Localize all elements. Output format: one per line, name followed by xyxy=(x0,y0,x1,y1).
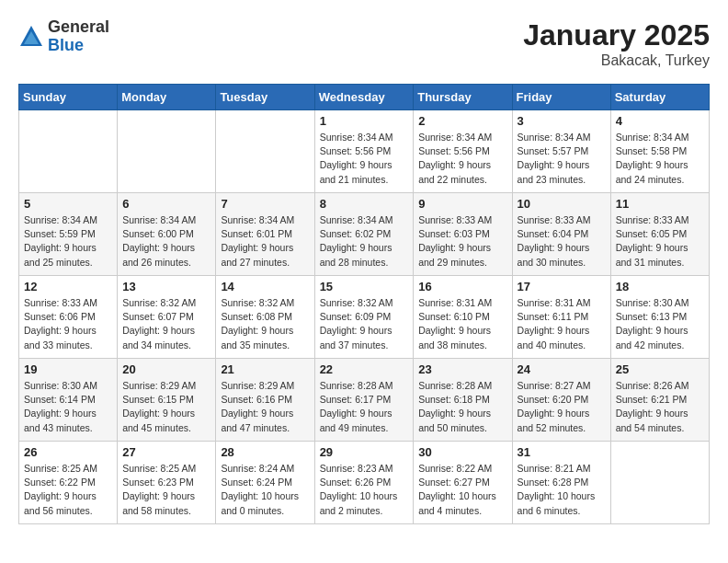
day-detail: Sunrise: 8:22 AM Sunset: 6:27 PM Dayligh… xyxy=(418,462,506,518)
day-number: 16 xyxy=(418,280,506,293)
weekday-header-saturday: Saturday xyxy=(610,85,709,110)
day-number: 2 xyxy=(418,114,506,128)
calendar-cell: 11Sunrise: 8:33 AM Sunset: 6:05 PM Dayli… xyxy=(610,193,709,276)
calendar-table: SundayMondayTuesdayWednesdayThursdayFrid… xyxy=(18,84,710,524)
day-detail: Sunrise: 8:33 AM Sunset: 6:03 PM Dayligh… xyxy=(418,213,506,270)
calendar-cell: 7Sunrise: 8:34 AM Sunset: 6:01 PM Daylig… xyxy=(216,193,314,276)
day-number: 8 xyxy=(320,197,409,211)
day-number: 25 xyxy=(616,362,704,376)
calendar-cell: 25Sunrise: 8:26 AM Sunset: 6:21 PM Dayli… xyxy=(610,359,709,442)
day-number: 13 xyxy=(122,280,210,293)
weekday-header-wednesday: Wednesday xyxy=(314,85,414,110)
logo-blue-text: Blue xyxy=(48,37,109,55)
calendar-cell: 26Sunrise: 8:25 AM Sunset: 6:22 PM Dayli… xyxy=(19,442,118,524)
day-detail: Sunrise: 8:30 AM Sunset: 6:14 PM Dayligh… xyxy=(24,379,112,435)
day-number: 22 xyxy=(320,362,409,376)
calendar-cell: 8Sunrise: 8:34 AM Sunset: 6:02 PM Daylig… xyxy=(314,193,414,276)
day-number: 28 xyxy=(221,445,309,459)
day-number: 31 xyxy=(518,445,606,459)
calendar-week-1: 1Sunrise: 8:34 AM Sunset: 5:56 PM Daylig… xyxy=(19,110,710,193)
calendar-cell: 23Sunrise: 8:28 AM Sunset: 6:18 PM Dayli… xyxy=(414,359,512,442)
day-number: 4 xyxy=(616,114,704,128)
day-detail: Sunrise: 8:24 AM Sunset: 6:24 PM Dayligh… xyxy=(221,462,309,518)
day-number: 30 xyxy=(418,445,506,459)
calendar-cell: 2Sunrise: 8:34 AM Sunset: 5:56 PM Daylig… xyxy=(414,110,512,193)
day-detail: Sunrise: 8:34 AM Sunset: 6:01 PM Dayligh… xyxy=(221,213,309,270)
calendar-cell: 20Sunrise: 8:29 AM Sunset: 6:15 PM Dayli… xyxy=(118,359,216,442)
day-number: 12 xyxy=(24,280,112,293)
location-subtitle: Bakacak, Turkey xyxy=(523,52,710,69)
day-detail: Sunrise: 8:33 AM Sunset: 6:04 PM Dayligh… xyxy=(518,213,606,270)
day-number: 17 xyxy=(518,280,606,293)
day-number: 18 xyxy=(616,280,704,293)
day-detail: Sunrise: 8:21 AM Sunset: 6:28 PM Dayligh… xyxy=(518,462,606,518)
day-detail: Sunrise: 8:32 AM Sunset: 6:08 PM Dayligh… xyxy=(221,296,309,352)
day-detail: Sunrise: 8:34 AM Sunset: 5:58 PM Dayligh… xyxy=(616,131,704,187)
calendar-cell: 3Sunrise: 8:34 AM Sunset: 5:57 PM Daylig… xyxy=(512,110,610,193)
day-detail: Sunrise: 8:31 AM Sunset: 6:11 PM Dayligh… xyxy=(518,296,606,352)
calendar-cell: 14Sunrise: 8:32 AM Sunset: 6:08 PM Dayli… xyxy=(216,276,314,359)
logo-icon xyxy=(18,24,44,50)
weekday-header-tuesday: Tuesday xyxy=(216,85,314,110)
calendar-cell: 19Sunrise: 8:30 AM Sunset: 6:14 PM Dayli… xyxy=(19,359,118,442)
day-number: 1 xyxy=(320,114,409,128)
day-number: 14 xyxy=(221,280,309,293)
calendar-cell: 6Sunrise: 8:34 AM Sunset: 6:00 PM Daylig… xyxy=(118,193,216,276)
day-number: 10 xyxy=(518,197,606,211)
weekday-header-thursday: Thursday xyxy=(414,85,512,110)
day-detail: Sunrise: 8:25 AM Sunset: 6:22 PM Dayligh… xyxy=(24,462,112,518)
logo-general-text: General xyxy=(48,18,109,37)
logo-text: General Blue xyxy=(48,18,109,55)
page-header: General Blue January 2025 Bakacak, Turke… xyxy=(18,18,710,69)
day-detail: Sunrise: 8:26 AM Sunset: 6:21 PM Dayligh… xyxy=(616,379,704,435)
day-number: 19 xyxy=(24,362,112,376)
day-detail: Sunrise: 8:34 AM Sunset: 5:59 PM Dayligh… xyxy=(24,213,112,270)
calendar-cell: 24Sunrise: 8:27 AM Sunset: 6:20 PM Dayli… xyxy=(512,359,610,442)
day-detail: Sunrise: 8:32 AM Sunset: 6:07 PM Dayligh… xyxy=(122,296,210,352)
calendar-cell: 12Sunrise: 8:33 AM Sunset: 6:06 PM Dayli… xyxy=(19,276,118,359)
day-detail: Sunrise: 8:34 AM Sunset: 5:57 PM Dayligh… xyxy=(518,131,606,187)
day-number: 29 xyxy=(320,445,409,459)
calendar-cell: 15Sunrise: 8:32 AM Sunset: 6:09 PM Dayli… xyxy=(314,276,414,359)
calendar-cell: 29Sunrise: 8:23 AM Sunset: 6:26 PM Dayli… xyxy=(314,442,414,524)
weekday-header-sunday: Sunday xyxy=(19,85,118,110)
day-detail: Sunrise: 8:31 AM Sunset: 6:10 PM Dayligh… xyxy=(418,296,506,352)
calendar-cell: 9Sunrise: 8:33 AM Sunset: 6:03 PM Daylig… xyxy=(414,193,512,276)
day-number: 3 xyxy=(518,114,606,128)
weekday-header-friday: Friday xyxy=(512,85,610,110)
day-number: 11 xyxy=(616,197,704,211)
day-number: 9 xyxy=(418,197,506,211)
month-title: January 2025 xyxy=(523,18,710,52)
day-detail: Sunrise: 8:34 AM Sunset: 5:56 PM Dayligh… xyxy=(320,131,409,187)
day-detail: Sunrise: 8:23 AM Sunset: 6:26 PM Dayligh… xyxy=(320,462,409,518)
day-detail: Sunrise: 8:28 AM Sunset: 6:17 PM Dayligh… xyxy=(320,379,409,435)
calendar-cell: 10Sunrise: 8:33 AM Sunset: 6:04 PM Dayli… xyxy=(512,193,610,276)
calendar-cell xyxy=(118,110,216,193)
weekday-header-monday: Monday xyxy=(118,85,216,110)
day-number: 27 xyxy=(122,445,210,459)
day-number: 5 xyxy=(24,197,112,211)
day-number: 7 xyxy=(221,197,309,211)
logo: General Blue xyxy=(18,18,109,55)
day-number: 6 xyxy=(122,197,210,211)
calendar-week-5: 26Sunrise: 8:25 AM Sunset: 6:22 PM Dayli… xyxy=(19,442,710,524)
day-number: 23 xyxy=(418,362,506,376)
calendar-cell: 16Sunrise: 8:31 AM Sunset: 6:10 PM Dayli… xyxy=(414,276,512,359)
title-block: January 2025 Bakacak, Turkey xyxy=(523,18,710,69)
calendar-cell: 27Sunrise: 8:25 AM Sunset: 6:23 PM Dayli… xyxy=(118,442,216,524)
day-detail: Sunrise: 8:29 AM Sunset: 6:16 PM Dayligh… xyxy=(221,379,309,435)
day-detail: Sunrise: 8:25 AM Sunset: 6:23 PM Dayligh… xyxy=(122,462,210,518)
calendar-cell: 13Sunrise: 8:32 AM Sunset: 6:07 PM Dayli… xyxy=(118,276,216,359)
day-detail: Sunrise: 8:28 AM Sunset: 6:18 PM Dayligh… xyxy=(418,379,506,435)
day-detail: Sunrise: 8:27 AM Sunset: 6:20 PM Dayligh… xyxy=(518,379,606,435)
weekday-header-row: SundayMondayTuesdayWednesdayThursdayFrid… xyxy=(19,85,710,110)
calendar-cell: 5Sunrise: 8:34 AM Sunset: 5:59 PM Daylig… xyxy=(19,193,118,276)
calendar-cell: 1Sunrise: 8:34 AM Sunset: 5:56 PM Daylig… xyxy=(314,110,414,193)
day-number: 20 xyxy=(122,362,210,376)
calendar-week-4: 19Sunrise: 8:30 AM Sunset: 6:14 PM Dayli… xyxy=(19,359,710,442)
day-detail: Sunrise: 8:30 AM Sunset: 6:13 PM Dayligh… xyxy=(616,296,704,352)
day-detail: Sunrise: 8:32 AM Sunset: 6:09 PM Dayligh… xyxy=(320,296,409,352)
calendar-week-3: 12Sunrise: 8:33 AM Sunset: 6:06 PM Dayli… xyxy=(19,276,710,359)
calendar-cell xyxy=(19,110,118,193)
calendar-cell: 28Sunrise: 8:24 AM Sunset: 6:24 PM Dayli… xyxy=(216,442,314,524)
